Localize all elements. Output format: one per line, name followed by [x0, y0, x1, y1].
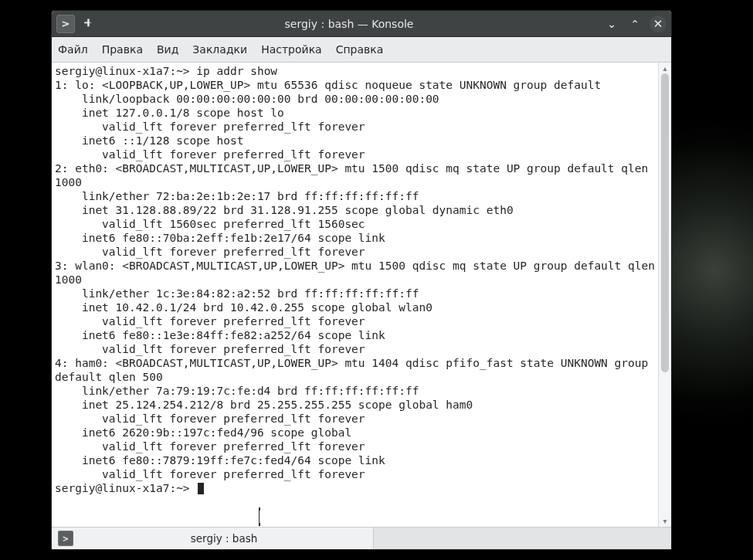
scrollbar-down-icon[interactable]: ▾ [659, 517, 671, 525]
close-button[interactable]: ✕ [650, 15, 667, 32]
menubar: Файл Правка Вид Закладки Настройка Справ… [52, 37, 671, 63]
konsole-window: > sergiy : bash — Konsole ⌄ ⌃ ✕ Файл Пра… [52, 11, 671, 549]
tab-sergiy-bash[interactable]: > sergiy : bash [52, 528, 374, 549]
menu-view[interactable]: Вид [157, 43, 178, 56]
new-tab-button[interactable]: > [56, 15, 75, 33]
prompt-icon: > [63, 535, 69, 543]
prompt-icon: > [62, 18, 70, 29]
scrollbar-up-icon[interactable]: ▴ [659, 64, 671, 73]
menu-help[interactable]: Справка [336, 43, 384, 56]
menu-settings[interactable]: Настройка [261, 43, 322, 56]
terminal-view[interactable]: sergiy@linux-x1a7:~> ip addr show 1: lo:… [52, 63, 658, 527]
minimize-button[interactable]: ⌄ [603, 15, 620, 32]
terminal-cursor [198, 483, 204, 494]
titlebar[interactable]: > sergiy : bash — Konsole ⌄ ⌃ ✕ [52, 11, 671, 37]
window-title: sergiy : bash — Konsole [101, 18, 597, 30]
terminal-container: sergiy@linux-x1a7:~> ip addr show 1: lo:… [52, 63, 671, 527]
tabbar: > sergiy : bash [52, 527, 671, 549]
menu-bookmarks[interactable]: Закладки [192, 43, 247, 56]
close-icon: ✕ [653, 17, 663, 31]
terminal-command: ip addr show [196, 65, 277, 77]
pin-button[interactable] [81, 17, 95, 31]
menu-file[interactable]: Файл [58, 43, 88, 56]
terminal-prompt: sergiy@linux-x1a7:~> [55, 65, 196, 77]
terminal-prompt-2: sergiy@linux-x1a7:~> [55, 482, 196, 494]
pin-icon [83, 19, 93, 29]
chevron-down-icon: ⌄ [607, 18, 616, 30]
tab-label: sergiy : bash [81, 532, 367, 545]
scrollbar-thumb[interactable] [661, 73, 669, 372]
scrollbar[interactable]: ▴ ▾ [658, 63, 671, 527]
terminal-output: 1: lo: <LOOPBACK,UP,LOWER_UP> mtu 65536 … [55, 79, 658, 480]
text-caret-icon [259, 507, 260, 526]
maximize-button[interactable]: ⌃ [626, 15, 643, 32]
tab-terminal-icon: > [58, 531, 73, 546]
chevron-up-icon: ⌃ [630, 18, 639, 30]
menu-edit[interactable]: Правка [102, 43, 143, 56]
